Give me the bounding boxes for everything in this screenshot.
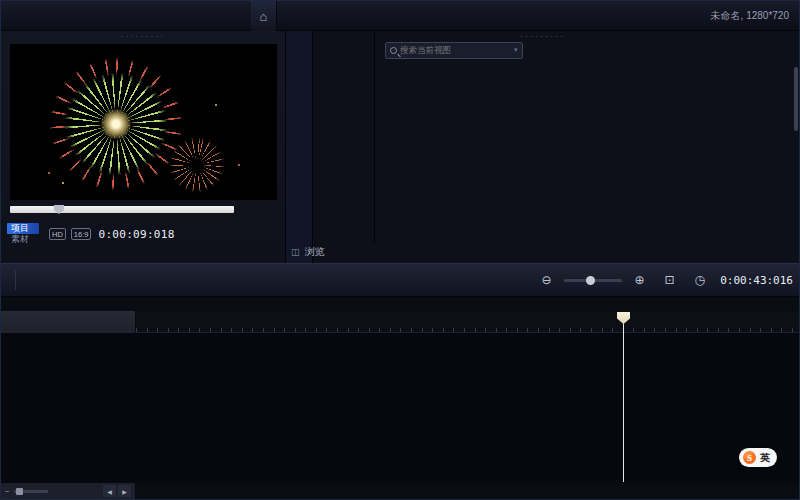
hscroll-area[interactable]	[136, 483, 799, 499]
chevron-down-icon[interactable]: ▾	[514, 46, 518, 54]
library-grid	[375, 65, 795, 249]
project-title: 未命名, 1280*720	[711, 1, 789, 31]
preview-mode-switch: 项目 素材	[7, 223, 39, 245]
timeline-hscroll: − ◀ ▶	[1, 483, 136, 499]
scrub-handle[interactable]	[54, 205, 64, 214]
timeline-spacer	[1, 297, 799, 311]
library-type-strip	[286, 31, 313, 263]
clock-icon[interactable]: ◷	[687, 268, 712, 292]
playhead-line[interactable]	[623, 313, 624, 482]
search-icon	[390, 47, 397, 54]
zoom-out-icon[interactable]: ⊖	[534, 268, 559, 292]
browse-icon: ◫	[291, 247, 300, 257]
ruler-row	[1, 311, 799, 333]
mode-clip[interactable]: 素材	[7, 234, 39, 245]
spark	[62, 182, 64, 184]
timeline-ruler[interactable]	[136, 311, 799, 333]
ime-mode-label: 英	[760, 451, 770, 465]
spark	[215, 104, 217, 106]
timeline-bottom-strip: − ◀ ▶	[1, 483, 799, 499]
zoom-slider[interactable]	[564, 279, 622, 282]
mini-zoom-thumb[interactable]	[16, 488, 23, 495]
library-scrollbar[interactable]	[794, 67, 798, 131]
search-box[interactable]: ▾	[385, 42, 523, 59]
preview-video	[10, 44, 277, 200]
scrub-bar[interactable]	[10, 206, 234, 213]
toolbar-right: ⊖ ⊕ ⊡ ◷ 0:00:43:016	[534, 268, 793, 292]
zoom-minus-icon[interactable]: −	[5, 487, 10, 496]
home-button[interactable]: ⌂	[251, 1, 277, 31]
panel-drag-handle[interactable]	[121, 32, 166, 40]
library-categories	[313, 31, 375, 245]
app-window: ⌂ 未命名, 1280*720 项目	[0, 0, 800, 500]
spark	[48, 172, 50, 174]
track-header-tools	[1, 311, 136, 333]
fit-timeline-icon[interactable]: ⊡	[657, 268, 682, 292]
search-input[interactable]	[400, 45, 511, 55]
playback-controls: 项目 素材 HD 16:9 0:00:09:018	[7, 221, 281, 247]
hd-badge[interactable]: HD	[49, 228, 66, 240]
sogou-logo-icon: S	[743, 451, 756, 464]
library-toolbar: ▾	[375, 37, 797, 63]
zoom-slider-thumb[interactable]	[586, 276, 595, 285]
scroll-left-button[interactable]: ◀	[103, 485, 116, 497]
mode-project[interactable]: 项目	[7, 223, 39, 234]
toolbar-divider	[15, 270, 16, 290]
scroll-right-button[interactable]: ▶	[118, 485, 131, 497]
timeline-timecode[interactable]: 0:00:43:016	[720, 274, 793, 287]
zoom-in-icon[interactable]: ⊕	[627, 268, 652, 292]
timeline-toolbar: ⊖ ⊕ ⊡ ◷ 0:00:43:016	[1, 263, 799, 297]
browse-label: 浏览	[305, 245, 325, 259]
mini-zoom-track[interactable]	[14, 490, 48, 493]
firework-small-burst	[168, 136, 226, 194]
mode-tabs: ⌂	[251, 1, 277, 31]
timeline-tracks	[1, 333, 799, 483]
home-icon: ⌂	[260, 9, 268, 24]
spark	[238, 164, 240, 166]
category-header	[313, 41, 374, 61]
library-panel: ◫ 浏览 ▾	[286, 31, 799, 263]
aspect-badge[interactable]: 16:9	[71, 228, 92, 240]
firework-core	[100, 108, 132, 140]
browse-row[interactable]: ◫ 浏览	[291, 245, 325, 259]
menubar: ⌂ 未命名, 1280*720	[1, 1, 799, 31]
preview-timecode[interactable]: 0:00:09:018	[98, 228, 174, 241]
ime-badge[interactable]: S 英	[739, 448, 777, 467]
preview-panel: 项目 素材 HD 16:9 0:00:09:018	[1, 31, 286, 263]
